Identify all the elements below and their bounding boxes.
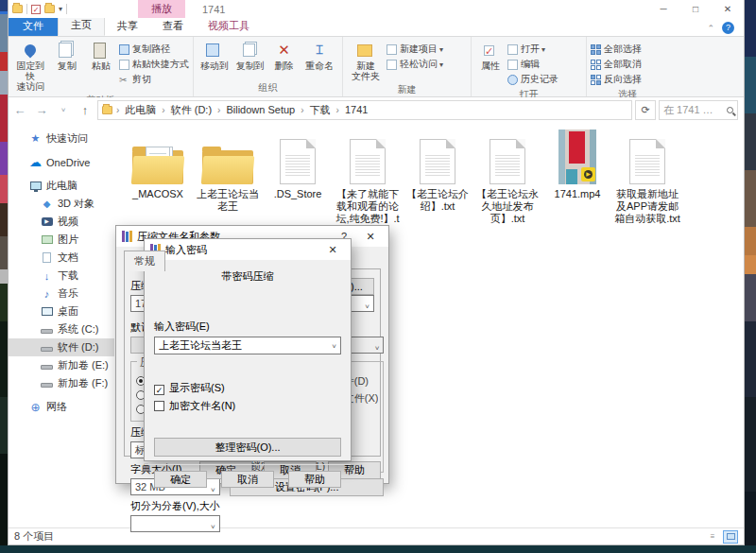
text-file-icon [629,139,665,184]
properties-icon[interactable]: ✓ [31,5,41,14]
copy-button[interactable]: 复制 [51,40,83,71]
close-icon[interactable]: ✕ [320,244,345,256]
new-item-button[interactable]: 新建项目▾ [387,43,443,56]
password-ok-button[interactable]: 确定 [154,471,207,488]
sidebar-item-videos[interactable]: ▶ 视频 [9,213,114,231]
search-placeholder: 在 1741 … [663,103,724,117]
tab-file[interactable]: 文件 [9,16,58,36]
tab-view[interactable]: 查看 [150,16,196,36]
breadcrumb-download[interactable]: 下载 [308,103,333,117]
ribbon-group-clipboard: 固定到快 速访问 复制 粘贴 复制路径 粘 [9,37,194,96]
checkbox-checked-icon: ✓ [154,385,164,395]
delete-button[interactable]: ✕ 删除 [269,40,300,71]
close-button[interactable]: ✕ [712,0,744,18]
chevron-down-icon[interactable]: ▾ [59,5,62,13]
folder-icon[interactable] [12,5,23,13]
text-file-icon [490,139,525,184]
sidebar-item-desktop[interactable]: 桌面 [9,302,114,320]
breadcrumb-bilidown[interactable]: Bilidown Setup [224,104,297,115]
sidebar-item-this-pc[interactable]: 此电脑 [9,177,114,195]
new-item-icon [387,44,397,55]
sidebar-item-drive-f[interactable]: 新加卷 (F:) [9,374,114,392]
back-icon[interactable]: ← [10,103,29,117]
minimize-button[interactable]: ─ [647,0,679,18]
password-input[interactable]: 上老王论坛当老王˅ [154,337,341,354]
select-all-icon [591,44,601,55]
desktop-edge-left [0,0,8,553]
player-badge-icon: ▶ [581,167,595,181]
organize-passwords-button[interactable]: 整理密码(O)... [154,438,341,457]
sidebar-item-drive-e[interactable]: 新加卷 (E:) [9,356,114,374]
split-input[interactable]: ˅ [130,515,220,532]
file-item-1741-mp4[interactable]: ▶ 1741.mp4 [543,130,611,200]
edit-button[interactable]: 编辑 [507,58,558,71]
file-item-macosx[interactable]: _MACOSX [124,130,192,200]
sidebar-item-drive-d[interactable]: 软件 (D:) [9,338,114,356]
drive-icon [41,360,53,372]
copy-path-button[interactable]: 复制路径 [119,43,189,56]
breadcrumb-drive-d[interactable]: 软件 (D:) [169,103,214,117]
sidebar-item-documents[interactable]: 文档 [9,249,114,267]
paste-shortcut-button[interactable]: 粘贴快捷方式 [119,58,189,71]
sidebar-item-downloads[interactable]: ↓ 下载 [9,267,114,285]
tab-general[interactable]: 常规 [124,251,165,271]
pin-to-quick-access-button[interactable]: 固定到快 速访问 [12,40,49,92]
copy-to-button[interactable]: 复制到 [233,40,267,71]
star-icon: ★ [29,133,42,145]
details-view-button[interactable]: ≡ [705,530,720,544]
password-cancel-button[interactable]: 取消 [221,471,274,488]
tab-share[interactable]: 共享 [105,16,150,36]
file-item-forum-address-txt[interactable]: 【老王论坛永久地址发布页】.txt [473,130,541,225]
password-help-button[interactable]: 帮助 [288,471,341,488]
cut-button[interactable]: ✂ 剪切 [119,73,189,86]
breadcrumb-1741[interactable]: 1741 [343,104,369,115]
history-button[interactable]: 历史记录 [507,73,558,86]
invert-selection-button[interactable]: 反向选择 [591,73,642,86]
show-password-checkbox[interactable]: ✓显示密码(S) [154,381,341,395]
search-input[interactable]: 在 1741 … [659,100,738,120]
computer-icon [29,181,42,192]
new-folder-icon[interactable] [44,5,55,13]
easy-access-button[interactable]: 轻松访问▾ [387,58,443,71]
refresh-button[interactable]: ⟳ [635,100,656,120]
encrypt-filenames-checkbox[interactable]: 加密文件名(N) [154,399,341,413]
recent-locations-icon[interactable]: ˅ [54,106,73,114]
3d-object-icon: ◆ [41,199,53,210]
file-item-ds-store[interactable]: .DS_Store [264,130,332,200]
close-icon[interactable]: ✕ [358,231,383,243]
sidebar-item-drive-c[interactable]: 系统 (C:) [9,320,114,338]
rename-button[interactable]: ⌶ 重命名 [301,40,338,71]
move-to-button[interactable]: 移动到 [198,40,232,71]
password-heading: 带密码压缩 [154,269,341,284]
sidebar-item-music[interactable]: ♪ 音乐 [9,285,114,302]
collapse-ribbon-icon[interactable]: ⌃ [707,24,714,33]
file-item-forum-intro-txt[interactable]: 【老王论坛介绍】.txt [404,130,472,213]
file-item-free-forum-txt[interactable]: 【来了就能下载和观看的论坛,纯免费!】.txt [334,130,402,237]
maximize-button[interactable]: □ [679,0,712,18]
help-icon[interactable]: ? [722,22,734,34]
sidebar-item-onedrive[interactable]: ☁ OneDrive [9,153,114,171]
forward-icon[interactable]: → [32,103,51,117]
contextual-tab-play[interactable]: 播放 [138,0,185,18]
file-item-laowang-folder[interactable]: 上老王论坛当老王 [194,130,262,213]
navigation-pane: ★ 快速访问 ☁ OneDrive 此电脑 ◆ 3D 对象 ▶ 视频 图片 [9,122,114,527]
select-all-button[interactable]: 全部选择 [591,43,642,56]
paste-button[interactable]: 粘贴 [85,40,117,71]
history-icon [507,75,518,85]
video-icon: ▶ [41,216,53,228]
file-item-get-address-txt[interactable]: 获取最新地址及APP请发邮箱自动获取.txt [613,130,681,225]
open-button[interactable]: 打开▾ [507,43,558,56]
breadcrumb[interactable]: › 此电脑 › 软件 (D:) › Bilidown Setup › 下载 › … [97,100,632,120]
tab-video-tools[interactable]: 视频工具 [196,16,262,36]
thumbnail-view-button[interactable] [723,530,738,544]
breadcrumb-this-pc[interactable]: 此电脑 [123,103,158,117]
sidebar-item-network[interactable]: ⊕ 网络 [9,398,114,416]
delete-icon: ✕ [274,41,293,60]
select-none-button[interactable]: 全部取消 [591,58,642,71]
sidebar-item-quick-access[interactable]: ★ 快速访问 [9,130,114,147]
properties-button[interactable]: ✓ 属性 [475,40,506,71]
new-folder-button[interactable]: 新建 文件夹 [347,40,385,81]
up-icon[interactable]: ↑ [76,103,94,117]
sidebar-item-3d-objects[interactable]: ◆ 3D 对象 [9,195,114,213]
sidebar-item-pictures[interactable]: 图片 [9,231,114,249]
